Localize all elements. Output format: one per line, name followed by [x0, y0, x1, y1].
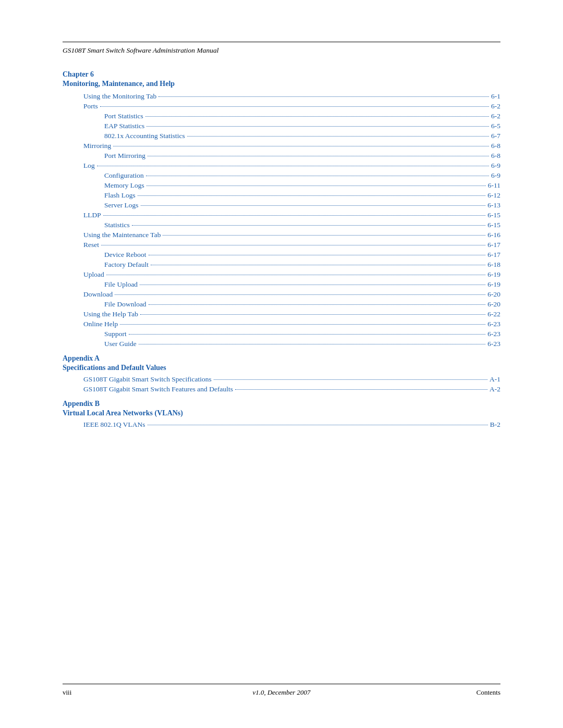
- toc-link[interactable]: Reset: [83, 241, 99, 249]
- toc-link[interactable]: File Upload: [104, 280, 138, 289]
- toc-page: 6-17: [487, 241, 500, 249]
- toc-dots: [149, 255, 486, 255]
- toc-entry[interactable]: GS108T Gigabit Smart Switch Specificatio…: [63, 375, 500, 384]
- toc-page: 6-9: [491, 171, 500, 180]
- toc-entry[interactable]: Log6-9: [63, 162, 500, 170]
- toc-link[interactable]: User Guide: [104, 340, 137, 348]
- toc-link[interactable]: Port Statistics: [104, 112, 143, 120]
- toc-page: 6-17: [487, 251, 500, 259]
- toc-link[interactable]: LLDP: [83, 211, 101, 219]
- header: GS108T Smart Switch Software Administrat…: [63, 42, 500, 55]
- appendixB-entries: IEEE 802.1Q VLANsB-2: [63, 421, 500, 429]
- toc-entry[interactable]: IEEE 802.1Q VLANsB-2: [63, 421, 500, 429]
- toc-entry[interactable]: Mirroring6-8: [63, 142, 500, 150]
- toc-page: 6-22: [487, 310, 500, 318]
- toc-dots: [145, 116, 489, 117]
- appendixB-label: Appendix B: [63, 400, 500, 408]
- toc-link[interactable]: Statistics: [104, 221, 130, 229]
- toc-link[interactable]: Memory Logs: [104, 181, 144, 190]
- toc-link[interactable]: Upload: [83, 270, 104, 279]
- toc-dots: [100, 106, 489, 107]
- footer-version: v1.0, December 2007: [252, 688, 310, 697]
- toc-entry[interactable]: Ports6-2: [63, 102, 500, 110]
- chapter6-label: Chapter 6: [63, 70, 500, 79]
- page: GS108T Smart Switch Software Administrat…: [0, 0, 563, 728]
- toc-dots: [151, 265, 485, 265]
- footer: viii v1.0, December 2007 Contents: [63, 684, 500, 697]
- toc-dots: [120, 324, 485, 325]
- toc-entry[interactable]: Online Help6-23: [63, 320, 500, 328]
- toc-link[interactable]: IEEE 802.1Q VLANs: [83, 421, 145, 429]
- toc-dots: [97, 166, 489, 166]
- toc-entry[interactable]: Server Logs6-13: [63, 201, 500, 209]
- toc-page: 6-20: [487, 300, 500, 309]
- toc-entry[interactable]: Configuration6-9: [63, 171, 500, 180]
- toc-entry[interactable]: GS108T Gigabit Smart Switch Features and…: [63, 385, 500, 393]
- toc-entry[interactable]: Statistics6-15: [63, 221, 500, 229]
- toc-entry[interactable]: Upload6-19: [63, 270, 500, 279]
- toc-entry[interactable]: LLDP6-15: [63, 211, 500, 219]
- toc-entry[interactable]: File Upload6-19: [63, 280, 500, 289]
- toc-entry[interactable]: Using the Help Tab6-22: [63, 310, 500, 318]
- toc-entry[interactable]: File Download6-20: [63, 300, 500, 309]
- toc-dots: [113, 146, 489, 146]
- toc-link[interactable]: Server Logs: [104, 201, 139, 209]
- toc-dots: [138, 195, 486, 196]
- toc-entry[interactable]: Port Mirroring6-8: [63, 152, 500, 160]
- toc-link[interactable]: Support: [104, 330, 127, 338]
- toc-page: 6-8: [491, 142, 500, 150]
- toc-entry[interactable]: Device Reboot6-17: [63, 251, 500, 259]
- appendixA-section: Appendix A Specifications and Default Va…: [63, 354, 500, 393]
- toc-dots: [140, 285, 485, 285]
- toc-link[interactable]: Factory Default: [104, 261, 149, 269]
- toc-entry[interactable]: Flash Logs6-12: [63, 191, 500, 200]
- toc-dots: [214, 379, 487, 380]
- toc-page: 6-18: [487, 261, 500, 269]
- toc-page: 6-2: [491, 102, 500, 110]
- toc-link[interactable]: GS108T Gigabit Smart Switch Specificatio…: [83, 375, 212, 384]
- toc-dots: [149, 304, 486, 305]
- toc-entry[interactable]: EAP Statistics6-5: [63, 122, 500, 130]
- toc-link[interactable]: Using the Monitoring Tab: [83, 92, 156, 101]
- toc-link[interactable]: Download: [83, 290, 113, 299]
- toc-page: A-2: [489, 385, 500, 393]
- toc-dots: [148, 156, 489, 156]
- toc-entry[interactable]: User Guide6-23: [63, 340, 500, 348]
- toc-entry[interactable]: Memory Logs6-11: [63, 181, 500, 190]
- toc-link[interactable]: Ports: [83, 102, 98, 110]
- toc-entry[interactable]: Port Statistics6-2: [63, 112, 500, 120]
- toc-entry[interactable]: Factory Default6-18: [63, 261, 500, 269]
- toc-dots: [106, 275, 486, 275]
- appendixB-section: Appendix B Virtual Local Area Networks (…: [63, 400, 500, 429]
- toc-entry[interactable]: Using the Maintenance Tab6-16: [63, 231, 500, 239]
- toc-link[interactable]: Mirroring: [83, 142, 111, 150]
- toc-page: 6-11: [488, 181, 500, 190]
- toc-page: 6-23: [487, 320, 500, 328]
- toc-link[interactable]: Port Mirroring: [104, 152, 145, 160]
- toc-dots: [140, 314, 485, 315]
- toc-page: 6-16: [487, 231, 500, 239]
- toc-entry[interactable]: Reset6-17: [63, 241, 500, 249]
- toc-link[interactable]: GS108T Gigabit Smart Switch Features and…: [83, 385, 233, 393]
- toc-page: 6-12: [487, 191, 500, 200]
- toc-entry[interactable]: Using the Monitoring Tab6-1: [63, 92, 500, 101]
- toc-page: 6-15: [487, 211, 500, 219]
- toc-link[interactable]: Device Reboot: [104, 251, 146, 259]
- toc-link[interactable]: Using the Maintenance Tab: [83, 231, 161, 239]
- toc-link[interactable]: Flash Logs: [104, 191, 136, 200]
- toc-link[interactable]: EAP Statistics: [104, 122, 144, 130]
- toc-entry[interactable]: 802.1x Accounting Statistics6-7: [63, 132, 500, 140]
- toc-link[interactable]: File Download: [104, 300, 146, 309]
- toc-link[interactable]: Log: [83, 162, 95, 170]
- toc-entry[interactable]: Support6-23: [63, 330, 500, 338]
- toc-entry[interactable]: Download6-20: [63, 290, 500, 299]
- footer-page-number: viii: [63, 688, 71, 697]
- footer-section: Contents: [476, 688, 500, 697]
- toc-link[interactable]: Configuration: [104, 171, 144, 180]
- toc-link[interactable]: Using the Help Tab: [83, 310, 138, 318]
- toc-page: B-2: [490, 421, 500, 429]
- toc-dots: [146, 186, 486, 186]
- toc-link[interactable]: Online Help: [83, 320, 118, 328]
- toc-link[interactable]: 802.1x Accounting Statistics: [104, 132, 185, 140]
- toc-page: 6-20: [487, 290, 500, 299]
